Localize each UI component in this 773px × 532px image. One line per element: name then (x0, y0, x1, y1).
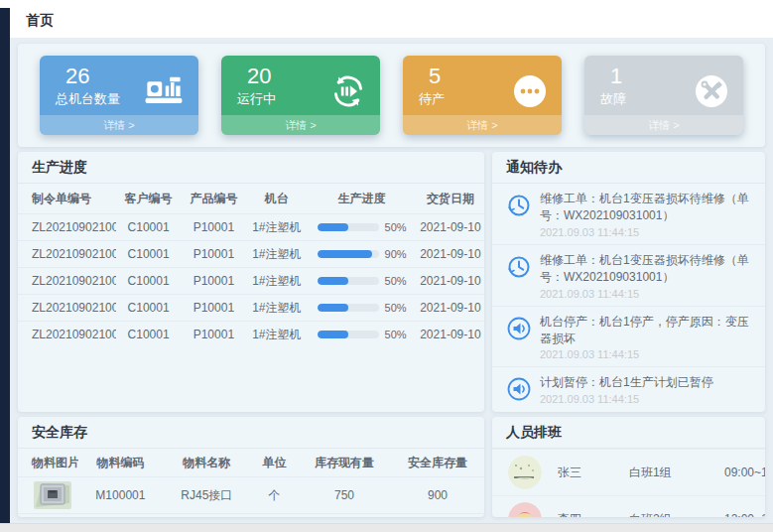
page-title[interactable]: 首页 (26, 12, 54, 30)
staff-row: 李四 白班2组 12:00~16:00 (492, 495, 765, 517)
repair-tools-icon (694, 73, 729, 113)
column-header: 交货日期 (417, 191, 484, 207)
product-no: P10001 (181, 247, 246, 261)
clock-icon (506, 193, 532, 238)
table-row: ZL202109021001 C10001 P10001 1#注塑机 50% 2… (18, 267, 484, 294)
breadcrumb-bar: 首页 (0, 0, 773, 38)
customer-no: C10001 (116, 301, 182, 315)
staff-shift: 白班1组 (629, 465, 724, 481)
table-row: M100001 RJ45接口 个 750 900 (18, 476, 484, 513)
column-header: 物料图片 (18, 455, 78, 471)
column-header: 生产进度 (307, 191, 416, 207)
product-no: P10001 (181, 274, 246, 288)
staff-time: 09:00~12:00 (724, 466, 765, 479)
progress-cell: 50% (307, 302, 416, 314)
machine-name: 1#注塑机 (246, 219, 307, 236)
stat-card-fault[interactable]: 1 故障 详情 > (584, 56, 743, 135)
material-name: RJ45接口 (163, 487, 251, 504)
staff-name: 张三 (558, 465, 629, 481)
notification-time: 2021.09.03 11:44:15 (540, 288, 753, 300)
stat-card-running[interactable]: 20 运行中 详情 > (221, 56, 380, 135)
stat-card-waiting[interactable]: 5 待产 详情 > (403, 56, 562, 135)
material-code: M100001 (78, 488, 163, 502)
table-row: ZL202109021001 C10001 P10001 1#注塑机 50% 2… (18, 321, 484, 347)
customer-no: C10001 (116, 274, 182, 288)
delivery-date: 2021-09-10 (417, 328, 484, 341)
rj45-connector-image (32, 479, 73, 511)
customer-no: C10001 (116, 328, 182, 341)
product-no: P10001 (181, 220, 246, 234)
safety-inventory-panel: 安全库存 物料图片 物料编码 物料名称 单位 库存现有量 安全库存量 M100 (18, 417, 484, 517)
column-header: 安全库存量 (391, 455, 484, 471)
machine-name: 1#注塑机 (246, 246, 307, 263)
customer-no: C10001 (116, 247, 182, 261)
progress-cell: 50% (307, 329, 416, 340)
machine-name: 1#注塑机 (246, 300, 307, 317)
middle-row: 生产进度 制令单编号 客户编号 产品编号 机台 生产进度 交货日期 ZL2021… (18, 152, 765, 412)
notification-text: 机台停产：机台1停产，停产原因：变压器损坏 (540, 314, 753, 348)
notifications-panel: 通知待办 维修工单：机台1变压器损坏待维修（单号：WX202109031001）… (492, 152, 765, 412)
speaker-icon (506, 316, 532, 361)
round-speaker-image (32, 516, 73, 517)
machine-icon (143, 73, 185, 109)
notification-text: 维修工单：机台1变压器损坏待维修（单号：WX202109031001） (540, 252, 753, 287)
progress-label: 50% (385, 329, 407, 340)
staff-row: 张三 白班1组 09:00~12:00 (492, 449, 765, 495)
notification-item[interactable]: 计划暂停：机台1生产计划已暂停 2021.09.03 11:44:15 (492, 367, 765, 412)
delivery-date: 2021-09-10 (417, 247, 484, 261)
delivery-date: 2021-09-10 (417, 301, 484, 315)
progress-label: 90% (385, 248, 407, 260)
stat-detail-link[interactable]: 详情 > (584, 115, 743, 135)
machine-name: 1#注塑机 (246, 273, 307, 290)
stat-detail-link[interactable]: 详情 > (403, 115, 562, 135)
column-header: 单位 (251, 455, 298, 471)
notification-item[interactable]: 机台停产：机台1停产，停产原因：变压器损坏 2021.09.03 11:44:1… (492, 307, 765, 368)
notification-item[interactable]: 维修工单：机台1变压器损坏待维修（单号：WX202109031001） 2021… (492, 245, 765, 307)
notification-text: 计划暂停：机台1生产计划已暂停 (540, 374, 713, 391)
running-cycle-icon (330, 73, 366, 113)
table-header-row: 制令单编号 客户编号 产品编号 机台 生产进度 交货日期 (18, 184, 484, 213)
column-header: 产品编号 (181, 191, 246, 207)
horizontal-scrollbar[interactable] (0, 523, 773, 532)
table-row: ZL202109021001 C10001 P10001 1#注塑机 50% 2… (18, 213, 484, 240)
notification-text: 维修工单：机台1变压器损坏待维修（单号：WX202109031001） (540, 191, 753, 225)
column-header: 机台 (246, 191, 307, 207)
order-no: ZL202109021001 (18, 328, 116, 341)
column-header: 物料名称 (163, 455, 251, 471)
sidebar-edge (0, 8, 10, 523)
stat-detail-link[interactable]: 详情 > (221, 115, 380, 135)
table-row: M100001 RJ45接口 个 750 900 (18, 513, 484, 517)
avatar (508, 502, 542, 517)
avatar (508, 456, 542, 489)
order-no: ZL202109021001 (18, 220, 116, 234)
staff-schedule-panel: 人员排班 张三 白班1组 09:00~12:00 李四 白班2组 12:00~1… (492, 417, 765, 517)
notification-time: 2021.09.03 11:44:15 (540, 393, 713, 405)
progress-bar (318, 250, 379, 258)
speaker-icon (506, 376, 532, 406)
material-image-cell (18, 516, 78, 517)
progress-label: 50% (385, 275, 407, 287)
column-header: 物料编码 (78, 455, 163, 471)
dashboard-page: 首页 26 总机台数量 详情 > (0, 0, 773, 532)
bottom-row: 安全库存 物料图片 物料编码 物料名称 单位 库存现有量 安全库存量 M100 (18, 417, 765, 517)
production-progress-panel: 生产进度 制令单编号 客户编号 产品编号 机台 生产进度 交货日期 ZL2021… (18, 152, 484, 412)
notification-time: 2021.09.03 11:44:15 (540, 226, 753, 238)
stats-panel: 26 总机台数量 详情 > 20 运行中 (18, 44, 765, 147)
progress-bar (318, 331, 379, 338)
progress-bar (318, 304, 379, 312)
column-header: 库存现有量 (298, 455, 391, 471)
product-no: P10001 (181, 301, 246, 315)
material-image-cell (18, 479, 78, 511)
progress-bar (318, 223, 379, 231)
content-area: 26 总机台数量 详情 > 20 运行中 (10, 38, 773, 523)
stat-detail-link[interactable]: 详情 > (40, 115, 198, 135)
order-no: ZL202109021001 (18, 301, 116, 315)
notification-item[interactable]: 维修工单：机台1变压器损坏待维修（单号：WX202109031001） 2021… (492, 184, 765, 245)
table-row: ZL202109021001 C10001 P10001 1#注塑机 50% 2… (18, 294, 484, 321)
stat-card-total-machines[interactable]: 26 总机台数量 详情 > (40, 56, 198, 135)
stock-qty: 750 (298, 488, 391, 502)
panel-title: 生产进度 (18, 152, 484, 184)
customer-no: C10001 (116, 220, 182, 234)
delivery-date: 2021-09-10 (417, 220, 484, 234)
delivery-date: 2021-09-10 (417, 274, 484, 288)
